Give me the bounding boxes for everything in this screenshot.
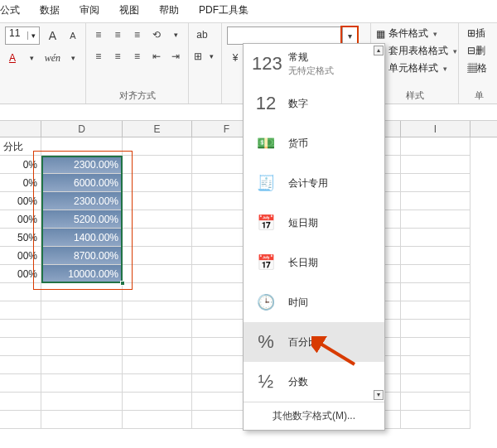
col-head-d[interactable]: D	[41, 121, 123, 137]
cell-styles-button[interactable]: ▦ 单元格样式▾	[376, 61, 453, 75]
merge-icon[interactable]: ⊞	[194, 48, 203, 65]
format-number[interactable]: 12 数字	[244, 84, 384, 123]
scroll-down-icon[interactable]: ▾	[374, 390, 384, 400]
format-longdate[interactable]: 📅 长日期	[244, 243, 384, 282]
cell-c[interactable]: 分比	[0, 137, 41, 156]
number-format-value[interactable]	[228, 27, 342, 44]
align-right-icon[interactable]: ≡	[130, 48, 144, 65]
conditional-formatting-button[interactable]: ▦ 条件格式▾	[376, 26, 453, 41]
increase-font-icon[interactable]: A	[45, 27, 60, 44]
col-head-i[interactable]: I	[401, 121, 470, 137]
format-button[interactable]: ▦格	[467, 61, 490, 75]
cell[interactable]	[123, 374, 192, 393]
cell[interactable]	[401, 192, 470, 210]
chevron-down-icon[interactable]: ▾	[25, 50, 40, 66]
menu-data[interactable]: 数据	[40, 3, 60, 17]
cell[interactable]	[123, 301, 192, 320]
increase-indent-icon[interactable]: ⇥	[169, 48, 183, 65]
cell[interactable]	[401, 283, 470, 301]
cell-c[interactable]	[0, 301, 41, 320]
align-top-icon[interactable]: ≡	[91, 26, 105, 43]
cell[interactable]	[401, 320, 470, 338]
cell[interactable]	[123, 265, 192, 283]
cell-c[interactable]	[0, 374, 41, 393]
format-as-table-button[interactable]: ▦ 套用表格格式▾	[376, 44, 453, 58]
cell[interactable]	[401, 156, 470, 174]
menu-review[interactable]: 审阅	[80, 3, 99, 17]
format-fraction[interactable]: ½ 分数	[244, 362, 384, 402]
accounting-format-icon[interactable]: ¥	[227, 50, 244, 66]
cell-d[interactable]: 2300.00%	[41, 192, 123, 210]
align-left-icon[interactable]: ≡	[91, 48, 105, 65]
cell[interactable]	[123, 156, 192, 174]
cell-c[interactable]: 0%	[0, 156, 41, 174]
format-percent[interactable]: % 百分比	[244, 322, 384, 362]
cell-c[interactable]: 00%	[0, 247, 41, 265]
cell-c[interactable]: 0%	[0, 174, 41, 192]
cell-c[interactable]: 50%	[0, 229, 41, 247]
menu-help[interactable]: 帮助	[159, 3, 179, 17]
cell[interactable]	[401, 210, 470, 229]
chevron-down-icon[interactable]: ▾	[65, 50, 80, 66]
cell-d[interactable]: 8700.00%	[41, 247, 123, 265]
format-time[interactable]: 🕒 时间	[244, 282, 384, 322]
cell-d[interactable]	[41, 338, 123, 356]
cell-c[interactable]	[0, 320, 41, 338]
format-accounting[interactable]: 🧾 会计专用	[244, 163, 384, 203]
align-bottom-icon[interactable]: ≡	[130, 26, 144, 43]
col-head-partial[interactable]	[0, 121, 41, 137]
cell[interactable]	[123, 229, 192, 247]
cell[interactable]	[123, 338, 192, 356]
cell-c[interactable]: 00%	[0, 210, 41, 229]
cell[interactable]	[401, 301, 470, 320]
cell-d[interactable]	[41, 137, 123, 156]
cell[interactable]	[123, 393, 192, 411]
cell[interactable]	[401, 137, 470, 156]
menu-formulas[interactable]: 公式	[0, 3, 20, 17]
cell-c[interactable]	[0, 338, 41, 356]
cell[interactable]	[123, 247, 192, 265]
cell[interactable]	[123, 411, 192, 429]
cell-d[interactable]	[41, 393, 123, 411]
chevron-down-icon[interactable]: ▾	[208, 48, 217, 65]
cell[interactable]	[401, 338, 470, 356]
format-general[interactable]: 123 常规 无特定格式	[244, 44, 384, 84]
scroll-up-icon[interactable]: ▴	[374, 46, 384, 55]
cell-d[interactable]	[41, 283, 123, 301]
cell[interactable]	[401, 265, 470, 283]
cell-d[interactable]: 6000.00%	[41, 174, 123, 192]
chevron-down-icon[interactable]: ▾	[27, 31, 39, 40]
align-middle-icon[interactable]: ≡	[110, 26, 124, 43]
chevron-down-icon[interactable]: ▾	[169, 26, 183, 43]
cell[interactable]	[401, 174, 470, 192]
fill-handle[interactable]	[120, 281, 125, 286]
cell[interactable]	[401, 356, 470, 374]
more-number-formats[interactable]: 其他数字格式(M)...	[244, 402, 384, 430]
wrap-text-icon[interactable]: ab	[194, 26, 210, 43]
cell-d[interactable]: 5200.00%	[41, 210, 123, 229]
orientation-icon[interactable]: ⟲	[149, 26, 163, 43]
cell-d[interactable]	[41, 320, 123, 338]
cell-d[interactable]: 1400.00%	[41, 229, 123, 247]
delete-button[interactable]: ⊟删	[467, 44, 490, 58]
align-center-icon[interactable]: ≡	[110, 48, 124, 65]
menu-view[interactable]: 视图	[119, 3, 139, 17]
cell-c[interactable]: 00%	[0, 192, 41, 210]
cell-d[interactable]: 10000.00%	[41, 265, 123, 283]
cell-c[interactable]	[0, 283, 41, 301]
cell[interactable]	[123, 210, 192, 229]
cell[interactable]	[123, 356, 192, 374]
cell[interactable]	[401, 393, 470, 411]
cell[interactable]	[401, 374, 470, 393]
insert-button[interactable]: ⊞插	[467, 26, 490, 41]
cell[interactable]	[123, 192, 192, 210]
font-size-combo[interactable]: 11 ▾	[5, 26, 40, 45]
number-format-combo[interactable]: ▾	[227, 26, 358, 45]
font-size-value[interactable]: 11	[6, 27, 27, 44]
cell-d[interactable]	[41, 301, 123, 320]
phonetic-icon[interactable]: wén	[45, 50, 60, 66]
number-format-dropdown-button[interactable]: ▾	[342, 27, 357, 44]
cell-d[interactable]: 2300.00%	[41, 156, 123, 174]
cell-c[interactable]	[0, 393, 41, 411]
cell[interactable]	[401, 411, 470, 429]
